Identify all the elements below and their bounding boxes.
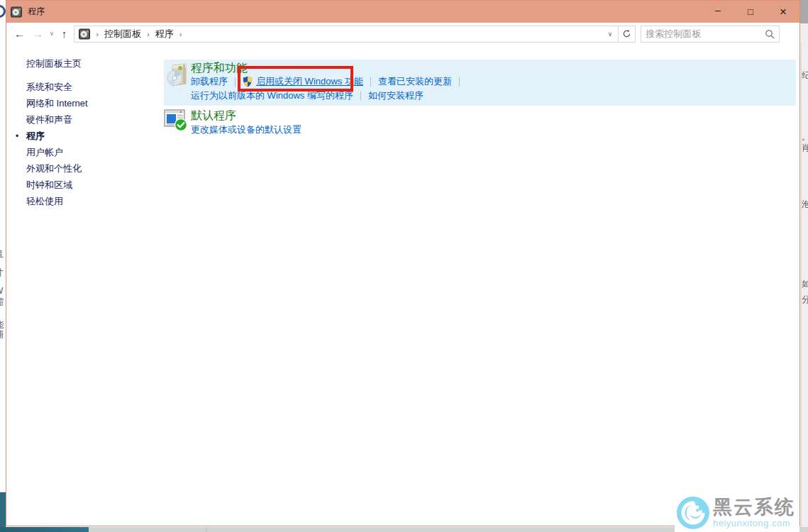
search-input[interactable] [646,28,765,39]
desktop-wallpaper-bottom [0,527,89,532]
breadcrumb-page-icon [79,28,90,40]
address-history-chevron-icon[interactable]: ∨ [608,31,613,38]
address-bar[interactable]: › 控制面板 › 程序 › ∨ [74,26,619,43]
background-text-fragment: 需 [0,296,6,308]
active-item-bullet: • [16,131,18,141]
task-link-view-installed-updates[interactable]: 查看已安装的更新 [378,75,452,88]
task-link-change-default-settings-media-devices[interactable]: 更改媒体或设备的默认设置 [191,123,301,136]
background-text-fragment: W [0,286,6,296]
window-controls: – □ × [702,1,799,23]
screenshot-canvas: 且 寸 W 需 能 辅 纪 。 肖 泡 如 分 [0,0,808,532]
breadcrumb-separator-icon[interactable]: › [147,30,150,38]
background-text-fragment: 如 [802,278,808,290]
breadcrumb-programs[interactable]: 程序 [155,28,174,40]
programs-features-links-row1: 卸载程序 启用或关闭 Windows 功能 查看已安装的更新 [191,75,467,88]
recent-pages-chevron-icon[interactable]: ∨ [50,31,54,37]
task-link-run-programs-for-previous-windows[interactable]: 运行为以前版本的 Windows 编写的程序 [191,89,353,102]
programs-window-icon [11,6,22,18]
link-separator [459,77,460,87]
control-panel-window: 程序 – □ × ← → ∨ ↑ [6,0,800,526]
background-text-fragment: 肖 [802,142,808,154]
task-link-how-to-install-program[interactable]: 如何安装程序 [368,89,424,102]
background-text-fragment: 且 [0,248,6,260]
task-link-uninstall-program[interactable]: 卸载程序 [191,75,228,88]
task-link-turn-windows-features-on-off[interactable]: 启用或关闭 Windows 功能 [256,75,363,88]
sidebar-item-clock-region[interactable]: 时钟和区域 [26,179,72,192]
up-button[interactable]: ↑ [62,28,67,39]
background-text-fragment: 纪 [802,70,808,82]
watermark: 黑云系统 heiyunxitong.com [675,493,799,532]
sidebar-item-appearance-personalization[interactable]: 外观和个性化 [26,162,82,175]
sidebar-item-control-panel-home[interactable]: 控制面板主页 [26,57,82,70]
background-window-seam [206,527,206,532]
background-text-fragment: 分 [802,294,808,306]
background-text-fragment: 寸 [0,267,6,279]
forward-button[interactable]: → [33,28,43,39]
heiyun-cloud-logo-icon [676,496,710,530]
desktop-wallpaper-fragment [0,492,6,532]
sidebar-item-system-security[interactable]: 系统和安全 [26,81,72,94]
search-icon[interactable] [765,29,775,39]
window-title: 程序 [28,6,45,18]
sidebar-item-ease-of-access[interactable]: 轻松使用 [26,195,63,208]
sidebar-item-network-internet[interactable]: 网络和 Internet [26,97,88,110]
programs-features-links-row2: 运行为以前版本的 Windows 编写的程序 如何安装程序 [191,89,424,102]
programs-features-icon[interactable] [166,63,189,89]
back-button[interactable]: ← [14,28,25,39]
section-title-default-programs[interactable]: 默认程序 [191,109,236,123]
refresh-button[interactable] [619,26,636,43]
breadcrumb-separator-icon[interactable]: › [96,30,99,38]
link-separator [360,92,361,101]
section-title-programs-features[interactable]: 程序和功能 [191,61,248,76]
address-toolbar: ← → ∨ ↑ › 控制面板 › 程序 › [6,23,799,45]
maximize-button[interactable]: □ [734,1,767,23]
minimize-button[interactable]: – [702,1,734,23]
watermark-title: 黑云系统 [713,498,795,517]
background-window-divider [801,43,802,527]
default-programs-links-row: 更改媒体或设备的默认设置 [191,123,301,136]
background-text-fragment: 辅 [0,328,6,340]
refresh-icon [622,29,631,38]
link-separator [235,77,236,87]
default-programs-icon[interactable] [164,109,188,132]
uac-shield-icon [243,76,253,87]
sidebar-item-user-accounts[interactable]: 用户帐户 [26,146,63,159]
breadcrumb-separator-icon[interactable]: › [179,30,182,38]
link-separator [370,77,371,87]
close-button[interactable]: × [767,1,799,23]
background-text-fragment: 泡 [802,199,808,211]
search-box[interactable] [641,26,780,43]
background-window-left-strip: 且 寸 W 需 能 辅 [0,0,6,532]
breadcrumb-control-panel[interactable]: 控制面板 [104,28,141,40]
sidebar-item-programs[interactable]: 程序 [26,130,45,143]
sidebar-item-hardware-sound[interactable]: 硬件和声音 [26,113,72,126]
watermark-url: heiyunxitong.com [713,519,795,528]
titlebar[interactable]: 程序 – □ × [6,1,799,23]
